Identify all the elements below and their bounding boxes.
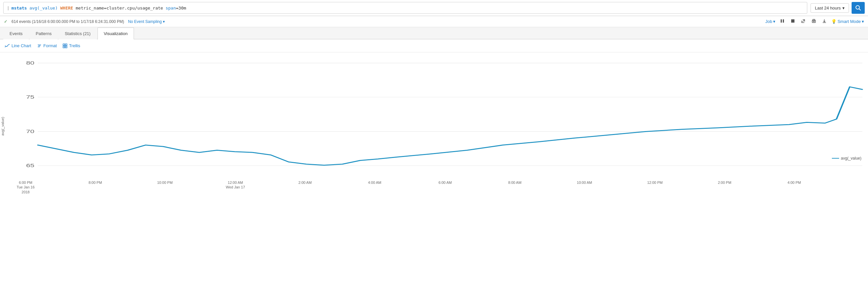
tab-visualization[interactable]: Visualization	[97, 28, 134, 39]
format-icon	[37, 44, 42, 48]
x-label-3: 12:00 AMWed Jan 17	[226, 180, 245, 190]
no-sampling-label: No Event Sampling	[128, 19, 162, 24]
chart-line	[38, 87, 862, 165]
svg-line-5	[802, 20, 805, 22]
chart-area: avg(_value) 80 75 70 65	[0, 52, 868, 196]
query-space1	[27, 6, 30, 10]
stop-button[interactable]	[789, 18, 797, 25]
tab-events[interactable]: Events	[3, 28, 29, 39]
trellis-button[interactable]: Trellis	[63, 43, 80, 49]
pause-button[interactable]	[779, 18, 786, 25]
svg-rect-17	[65, 46, 67, 48]
trellis-icon	[63, 44, 67, 48]
svg-text:75: 75	[26, 95, 34, 100]
tab-bar: Events Patterns Statistics (21) Visualiz…	[0, 27, 868, 39]
keyword-mstats: mstats	[11, 6, 27, 10]
svg-rect-2	[781, 19, 782, 23]
line-chart-icon	[5, 44, 10, 48]
job-label: Job	[765, 19, 772, 24]
print-button[interactable]	[810, 18, 817, 25]
trellis-label: Trellis	[69, 43, 80, 48]
svg-rect-14	[63, 44, 65, 45]
share-button[interactable]	[800, 18, 807, 25]
smart-mode-label: Smart Mode	[837, 19, 861, 24]
x-label-2: 10:00 PM	[157, 180, 173, 185]
x-label-6: 6:00 AM	[439, 180, 452, 185]
time-range-chevron: ▾	[842, 6, 845, 10]
legend-line-indicator	[832, 158, 839, 158]
line-chart-button[interactable]: Line Chart	[5, 43, 31, 49]
query-metric: metric_name=cluster.cpu/usage_rate	[73, 6, 166, 10]
chart-svg: 80 75 70 65	[9, 56, 868, 180]
svg-rect-4	[791, 19, 795, 23]
chart-inner: 80 75 70 65 avg(_value) 6:00 PMTue Jan 1…	[9, 56, 868, 196]
events-count: 614 events (1/16/18 6:00:00.000 PM to 1/…	[11, 19, 124, 24]
keyword-where: WHERE	[60, 6, 73, 10]
time-range-button[interactable]: Last 24 hours ▾	[811, 3, 849, 13]
legend-label: avg(_value)	[841, 156, 862, 160]
pipe-char: |	[7, 6, 9, 10]
smart-mode-button[interactable]: 💡 Smart Mode ▾	[831, 19, 864, 24]
x-label-5: 4:00 AM	[368, 180, 381, 185]
no-event-sampling-button[interactable]: No Event Sampling ▾	[128, 19, 165, 24]
keyword-span: span	[165, 6, 176, 10]
tab-statistics[interactable]: Statistics (21)	[58, 28, 97, 39]
stop-icon	[790, 19, 795, 23]
share-icon	[801, 19, 806, 23]
no-sampling-chevron: ▾	[163, 19, 165, 24]
chart-legend: avg(_value)	[832, 156, 862, 160]
download-icon	[822, 19, 827, 23]
x-label-11: 4:00 PM	[787, 180, 801, 185]
svg-text:80: 80	[26, 60, 34, 66]
line-chart-label: Line Chart	[11, 43, 31, 48]
svg-rect-16	[63, 46, 65, 48]
x-axis-labels: 6:00 PMTue Jan 162018 8:00 PM 10:00 PM 1…	[26, 180, 865, 196]
time-range-label: Last 24 hours	[815, 6, 841, 10]
job-button[interactable]: Job ▾	[765, 19, 775, 24]
x-label-1: 8:00 PM	[89, 180, 102, 185]
smart-mode-chevron: ▾	[862, 19, 864, 24]
x-label-8: 10:00 AM	[577, 180, 592, 185]
job-chevron: ▾	[773, 19, 775, 24]
line-chart-svg: 80 75 70 65	[9, 56, 868, 180]
status-left: ✓ 614 events (1/16/18 6:00:00.000 PM to …	[4, 19, 165, 24]
format-button[interactable]: Format	[37, 43, 57, 49]
keyword-avg: avg(_value)	[30, 6, 58, 10]
x-label-9: 12:00 PM	[647, 180, 662, 185]
svg-rect-15	[65, 44, 67, 45]
status-bar: ✓ 614 events (1/16/18 6:00:00.000 PM to …	[0, 16, 868, 27]
x-label-7: 8:00 AM	[508, 180, 521, 185]
svg-line-1	[859, 9, 861, 10]
tab-patterns[interactable]: Patterns	[30, 28, 58, 39]
query-span-val: =30m	[176, 6, 186, 10]
status-right: Job ▾	[765, 18, 864, 25]
chart-container: avg(_value) 80 75 70 65	[0, 56, 868, 196]
x-label-10: 2:00 PM	[718, 180, 732, 185]
search-input[interactable]: | mstats avg(_value) WHERE metric_name=c…	[3, 2, 807, 14]
svg-rect-8	[813, 21, 815, 22]
pause-icon	[780, 19, 785, 23]
download-button[interactable]	[821, 18, 828, 25]
search-button[interactable]	[851, 2, 865, 14]
svg-text:70: 70	[26, 129, 34, 134]
search-icon	[855, 5, 861, 11]
format-label: Format	[43, 43, 57, 48]
svg-rect-3	[783, 19, 784, 23]
svg-rect-7	[813, 19, 815, 21]
y-axis-label: avg(_value)	[0, 56, 9, 196]
query-space2	[58, 6, 60, 10]
x-label-0: 6:00 PMTue Jan 162018	[17, 180, 35, 194]
bulb-icon: 💡	[831, 19, 836, 24]
svg-text:65: 65	[26, 163, 34, 168]
x-label-4: 2:00 AM	[299, 180, 312, 185]
search-bar: | mstats avg(_value) WHERE metric_name=c…	[0, 0, 868, 16]
check-icon: ✓	[4, 19, 7, 24]
print-icon	[811, 19, 816, 23]
viz-toolbar: Line Chart Format Trellis	[0, 39, 868, 52]
